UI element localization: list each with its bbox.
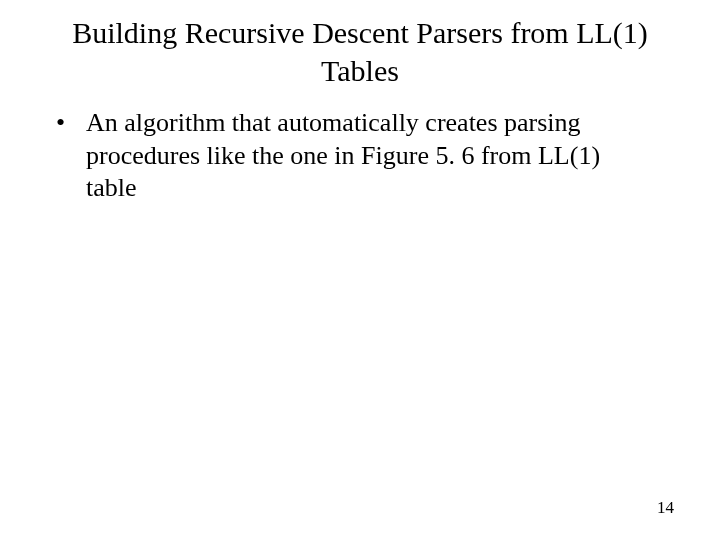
slide-title: Building Recursive Descent Parsers from … xyxy=(0,0,720,89)
bullet-marker-icon: • xyxy=(52,107,86,140)
page-number: 14 xyxy=(657,498,674,518)
slide-body: • An algorithm that automatically create… xyxy=(0,89,720,205)
slide: Building Recursive Descent Parsers from … xyxy=(0,0,720,540)
bullet-item: • An algorithm that automatically create… xyxy=(52,107,650,205)
bullet-text: An algorithm that automatically creates … xyxy=(86,107,650,205)
